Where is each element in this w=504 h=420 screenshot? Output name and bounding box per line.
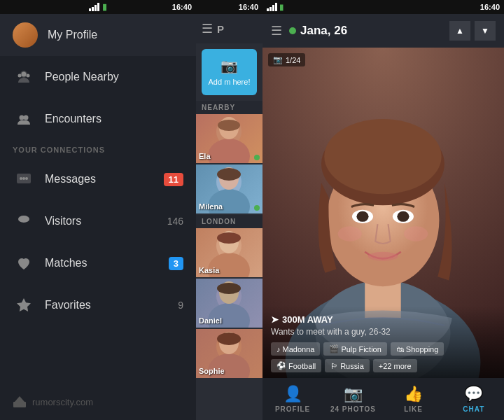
arrow-up-button[interactable]: ▲: [449, 21, 470, 41]
my-profile-item[interactable]: My Profile: [0, 14, 196, 56]
like-button[interactable]: 👍 LIKE: [384, 378, 444, 420]
list-item[interactable]: Daniel: [196, 279, 262, 328]
svg-point-26: [217, 232, 241, 244]
profile-button[interactable]: 👤 PROFILE: [262, 378, 323, 420]
svg-point-16: [208, 139, 250, 163]
sidebar-item-visitors[interactable]: Visitors 146: [0, 200, 196, 242]
nearby-name: Daniel: [199, 316, 222, 325]
svg-point-22: [217, 168, 241, 181]
svg-point-46: [368, 252, 398, 261]
tag-label: Pulp Fiction: [341, 345, 381, 354]
middle-header-title: P: [217, 23, 224, 35]
like-btn-label: LIKE: [404, 405, 423, 413]
tag-football[interactable]: ⚽ Football: [271, 359, 321, 372]
distance-text: ➤ 300M AWAY: [271, 314, 496, 325]
encounters-label: Encounters: [45, 113, 183, 125]
svg-point-43: [356, 211, 368, 222]
camera-icon: 📷: [206, 57, 253, 74]
photos-btn-label: 24 PHOTOS: [330, 405, 376, 413]
encounters-icon: [13, 108, 35, 130]
tag-more[interactable]: +22 more: [373, 359, 417, 372]
sidebar-item-favorites[interactable]: Favorites 9: [0, 284, 196, 326]
camera-small-icon: 📷: [273, 55, 283, 64]
svg-point-9: [25, 177, 28, 180]
favorites-label: Favorites: [45, 299, 178, 312]
photo-counter: 📷 1/24: [268, 53, 305, 66]
svg-point-34: [217, 332, 241, 345]
list-item[interactable]: Ela: [196, 114, 262, 163]
chat-button[interactable]: 💬 CHAT: [444, 378, 504, 420]
footer-logo-text: rumorscity.com: [32, 397, 93, 407]
middle-header: ☰ P: [196, 14, 262, 43]
left-panel: 16:40 ▮ 16:40 My Profile: [0, 0, 196, 420]
shopping-icon: 🛍: [396, 345, 404, 354]
tag-label: Madonna: [283, 345, 315, 354]
tag-russia[interactable]: 🏳 Russia: [325, 359, 370, 372]
photos-btn-icon: 📷: [344, 385, 363, 403]
list-item[interactable]: Kasia: [196, 228, 262, 277]
status-bar-middle: 16:40: [196, 0, 262, 14]
nearby-list: Ela Milena LONDON Kasia: [196, 114, 262, 420]
football-icon: ⚽: [276, 361, 286, 370]
svg-marker-12: [17, 298, 31, 312]
status-bar-left: 16:40 ▮ 16:40: [0, 0, 196, 14]
time-middle: 16:40: [239, 3, 258, 11]
profile-photo-area: 📷 1/24 ➤ 300M AWAY Wants to meet with a …: [262, 48, 504, 378]
people-nearby-icon: [13, 66, 35, 88]
nav-arrows: ▲ ▼: [449, 21, 496, 41]
arrow-down-button[interactable]: ▼: [475, 21, 496, 41]
profile-name: Jana, 26: [300, 24, 449, 38]
profile-btn-label: PROFILE: [275, 405, 310, 413]
svg-point-1: [22, 72, 27, 77]
bottom-action-bar: 👤 PROFILE 📷 24 PHOTOS 👍 LIKE 💬 CHAT: [262, 378, 504, 420]
svg-point-4: [20, 115, 24, 120]
visitors-label: Visitors: [45, 215, 167, 227]
favorites-count: 9: [178, 300, 183, 311]
nearby-name: Ela: [199, 152, 211, 160]
svg-point-45: [397, 211, 409, 222]
svg-point-47: [338, 226, 362, 241]
svg-point-41: [324, 119, 441, 194]
svg-point-2: [18, 74, 22, 78]
list-item[interactable]: Milena: [196, 164, 262, 214]
tag-label: Shopping: [406, 345, 439, 354]
film-icon: 🎬: [329, 344, 339, 354]
sidebar-item-people-nearby[interactable]: People Nearby: [0, 56, 196, 98]
tags-row: ♪ Madonna 🎬 Pulp Fiction 🛍 Shopping ⚽ Fo…: [271, 342, 496, 372]
svg-point-48: [404, 226, 428, 241]
hamburger-icon[interactable]: ☰: [202, 21, 213, 36]
sidebar-item-matches[interactable]: Matches 3: [0, 242, 196, 284]
profile-btn-icon: 👤: [284, 385, 302, 403]
sidebar-item-encounters[interactable]: Encounters: [0, 98, 196, 140]
middle-panel: 16:40 ☰ P 📷 Add m here! NEARBY Ela: [196, 0, 262, 420]
time-right: 16:40: [480, 3, 500, 11]
messages-icon: [13, 168, 35, 190]
time-left: 16:40: [172, 3, 192, 11]
messages-badge: 11: [164, 173, 183, 186]
tag-shopping[interactable]: 🛍 Shopping: [391, 342, 444, 356]
sidebar-item-messages[interactable]: Messages 11: [0, 158, 196, 200]
tag-pulp-fiction[interactable]: 🎬 Pulp Fiction: [323, 342, 386, 356]
tag-madonna[interactable]: ♪ Madonna: [271, 342, 320, 356]
tag-label: +22 more: [379, 362, 412, 370]
status-bar-right: ▮ 16:40: [262, 0, 504, 14]
location-icon: ➤: [271, 314, 279, 325]
matches-label: Matches: [45, 257, 169, 270]
svg-point-30: [217, 283, 241, 294]
music-icon: ♪: [276, 345, 281, 354]
list-item[interactable]: Sophie: [196, 329, 262, 378]
london-section-label: LONDON: [196, 215, 262, 228]
tag-label: Football: [288, 362, 316, 370]
svg-point-8: [22, 177, 25, 180]
connections-section-label: YOUR CONNECTIONS: [0, 140, 196, 158]
visitors-count: 146: [167, 216, 183, 227]
svg-point-18: [218, 120, 240, 131]
messages-label: Messages: [45, 173, 164, 186]
matches-icon: [13, 252, 35, 274]
right-topbar: ☰ Jana, 26 ▲ ▼: [262, 14, 504, 48]
avatar: [13, 22, 38, 48]
matches-badge: 3: [169, 257, 183, 270]
add-photo-box[interactable]: 📷 Add m here!: [202, 49, 257, 95]
right-hamburger-icon[interactable]: ☰: [271, 23, 282, 38]
photos-button[interactable]: 📷 24 PHOTOS: [323, 378, 383, 420]
